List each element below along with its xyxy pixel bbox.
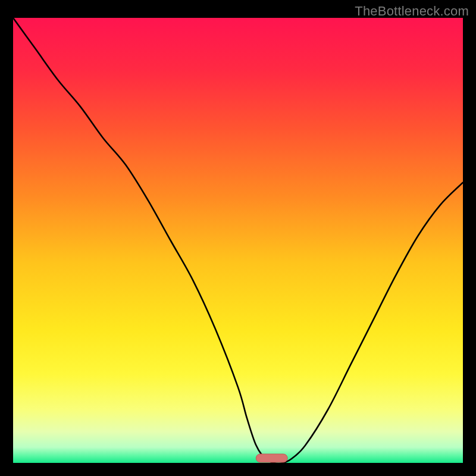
bottleneck-plot <box>13 18 463 463</box>
attribution-label: TheBottleneck.com <box>355 4 469 19</box>
optimal-range-marker <box>256 454 287 462</box>
chart-svg <box>13 18 463 463</box>
gradient-background <box>13 18 463 463</box>
chart-frame: TheBottleneck.com <box>0 0 476 476</box>
